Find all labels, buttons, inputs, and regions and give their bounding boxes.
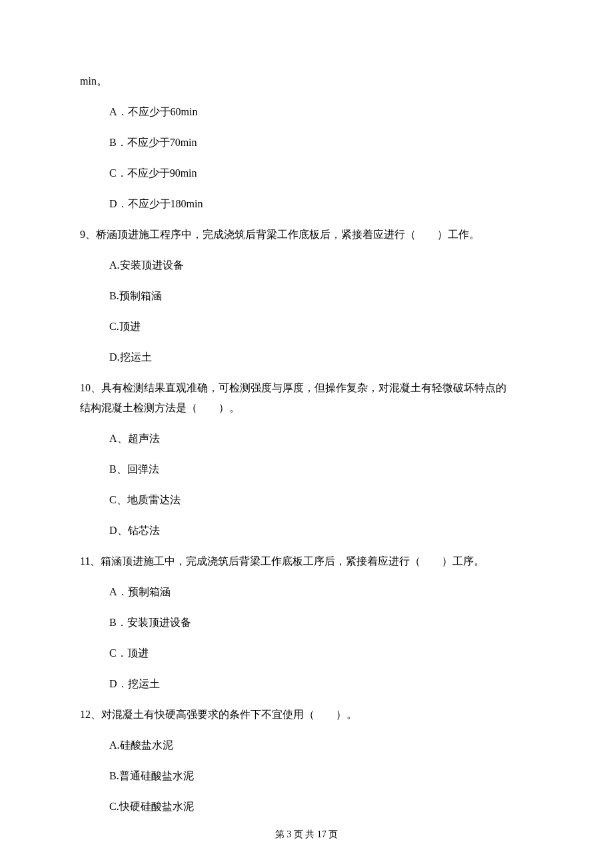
q12-option-c: C.快硬硅酸盐水泥 [80, 799, 533, 815]
q11-text: 11、箱涵顶进施工中，完成浇筑后背梁工作底板工序后，紧接着应进行（ ）工序。 [80, 553, 533, 569]
q10-option-a: A、超声法 [80, 431, 533, 447]
q11-option-c: C．顶进 [80, 645, 533, 661]
q9-option-d: D.挖运土 [80, 349, 533, 365]
q11-option-b: B．安装顶进设备 [80, 615, 533, 631]
q9-text: 9、桥涵顶进施工程序中，完成浇筑后背梁工作底板后，紧接着应进行（ ）工作。 [80, 227, 533, 243]
q10-text-line1: 10、具有检测结果直观准确，可检测强度与厚度，但操作复杂，对混凝土有轻微破坏特点… [80, 380, 533, 396]
intro-fragment: min。 [80, 73, 533, 89]
q8-option-d: D．不应少于180min [80, 196, 533, 212]
q12-option-a: A.硅酸盐水泥 [80, 737, 533, 753]
q9-option-c: C.顶进 [80, 319, 533, 335]
q11-option-d: D．挖运土 [80, 676, 533, 692]
q8-option-b: B．不应少于70min [80, 135, 533, 151]
q8-option-c: C．不应少于90min [80, 165, 533, 181]
q10-option-c: C、地质雷达法 [80, 492, 533, 508]
q8-option-a: A．不应少于60min [80, 104, 533, 120]
page-container: min。 A．不应少于60min B．不应少于70min C．不应少于90min… [0, 0, 613, 868]
page-footer: 第 3 页 共 17 页 [0, 827, 613, 841]
q12-option-b: B.普通硅酸盐水泥 [80, 768, 533, 784]
q9-option-a: A.安装顶进设备 [80, 257, 533, 273]
q11-option-a: A．预制箱涵 [80, 584, 533, 600]
q9-option-b: B.预制箱涵 [80, 288, 533, 304]
q12-text: 12、对混凝土有快硬高强要求的条件下不宜使用（ ）。 [80, 707, 533, 723]
q10-option-d: D、钻芯法 [80, 523, 533, 539]
q10-option-b: B、回弹法 [80, 461, 533, 477]
q10-text-line2: 结构混凝土检测方法是（ ）。 [80, 400, 533, 416]
